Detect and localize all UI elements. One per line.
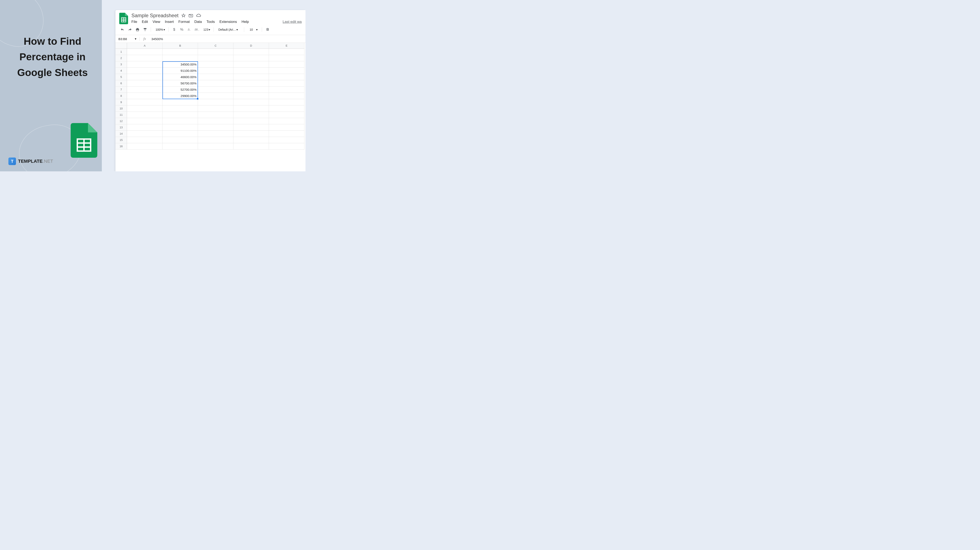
menu-bar: File Edit View Insert Format Data Tools … xyxy=(131,20,302,24)
increase-decimal-button[interactable]: .00 → xyxy=(194,27,200,33)
last-edit-link[interactable]: Last edit wa xyxy=(283,20,302,24)
document-title[interactable]: Sample Spreadsheet xyxy=(131,13,178,19)
header-content: Sample Spreadsheet File Edit View Insert… xyxy=(131,13,302,24)
col-header-c[interactable]: C xyxy=(198,43,234,49)
row-header[interactable]: 16 xyxy=(116,143,127,150)
font-dropdown[interactable]: Default (Ari… ▾ xyxy=(216,28,242,31)
zoom-dropdown[interactable]: 100% ▾ xyxy=(153,28,166,31)
chevron-down-icon: ▾ xyxy=(135,37,137,41)
formula-bar: B3:B8 ▾ fx 34500% xyxy=(116,35,305,43)
row-header[interactable]: 13 xyxy=(116,124,127,131)
separator xyxy=(262,27,262,32)
cell-b3[interactable]: 34500.00% xyxy=(162,61,198,68)
col-header-d[interactable]: D xyxy=(234,43,269,49)
percent-button[interactable]: % xyxy=(179,27,185,33)
spreadsheet-grid: A B C D E 1 2 3 4 5 6 7 8 9 10 11 12 13 xyxy=(116,43,305,150)
template-suffix: .NET xyxy=(43,159,53,164)
cloud-status-icon[interactable] xyxy=(196,14,201,18)
col-header-e[interactable]: E xyxy=(269,43,304,49)
separator xyxy=(244,27,244,32)
bold-button[interactable]: B xyxy=(264,27,271,33)
template-net-logo: T TEMPLATE.NET xyxy=(8,158,53,165)
redo-icon[interactable] xyxy=(127,27,133,33)
menu-extensions[interactable]: Extensions xyxy=(220,20,237,24)
row-header[interactable]: 6 xyxy=(116,80,127,86)
toolbar: 100% ▾ $ % .0 ← .00 → 123 ▾ Default (Ari… xyxy=(116,24,305,35)
google-sheets-logo xyxy=(70,123,98,158)
select-all-corner[interactable] xyxy=(116,43,127,49)
undo-icon[interactable] xyxy=(119,27,126,33)
cell-b8[interactable]: 29900.00% xyxy=(162,93,198,99)
chevron-down-icon: ▾ xyxy=(236,28,238,31)
format-123-label: 123 xyxy=(204,28,208,31)
grid-body: 1 2 3 4 5 6 7 8 9 10 11 12 13 14 15 16 3 xyxy=(116,49,305,150)
font-size-value: 10 xyxy=(250,28,253,31)
row-header[interactable]: 11 xyxy=(116,112,127,118)
name-box-value: B3:B8 xyxy=(118,37,127,41)
more-formats-dropdown[interactable]: 123 ▾ xyxy=(201,28,211,31)
fx-label: fx xyxy=(140,37,150,41)
svg-rect-12 xyxy=(144,28,146,29)
svg-rect-9 xyxy=(137,28,138,29)
column-headers: A B C D E xyxy=(127,43,305,49)
name-box[interactable]: B3:B8 ▾ xyxy=(116,37,140,41)
row-header[interactable]: 10 xyxy=(116,105,127,112)
template-brand: TEMPLATE xyxy=(18,159,43,164)
header-row: A B C D E xyxy=(116,43,305,49)
decrease-decimal-button[interactable]: .0 ← xyxy=(186,27,192,33)
row-header[interactable]: 14 xyxy=(116,131,127,137)
menu-file[interactable]: File xyxy=(131,20,137,24)
cell-b7[interactable]: 52700.00% xyxy=(162,86,198,93)
cell-b5[interactable]: 46600.00% xyxy=(162,74,198,80)
chevron-down-icon: ▾ xyxy=(256,28,258,31)
currency-button[interactable]: $ xyxy=(171,27,177,33)
menu-help[interactable]: Help xyxy=(242,20,249,24)
separator xyxy=(151,27,151,32)
template-logo-icon: T xyxy=(8,158,16,165)
row-header[interactable]: 8 xyxy=(116,93,127,99)
row-header[interactable]: 3 xyxy=(116,61,127,68)
row-header[interactable]: 5 xyxy=(116,74,127,80)
row-header[interactable]: 15 xyxy=(116,137,127,143)
menu-insert[interactable]: Insert xyxy=(165,20,174,24)
font-name: Default (Ari… xyxy=(218,28,236,31)
row-header[interactable]: 2 xyxy=(116,55,127,61)
left-panel: How to Find Percentage in Google Sheets … xyxy=(0,0,102,171)
chevron-down-icon: ▾ xyxy=(164,28,165,31)
row-header[interactable]: 4 xyxy=(116,68,127,74)
chevron-down-icon: ▾ xyxy=(209,28,210,31)
separator xyxy=(213,27,214,32)
cell-b4[interactable]: 91100.00% xyxy=(162,68,198,74)
paint-format-icon[interactable] xyxy=(142,27,148,33)
google-sheets-window: Sample Spreadsheet File Edit View Insert… xyxy=(116,10,305,171)
page-title: How to Find Percentage in Google Sheets xyxy=(11,33,94,80)
sheets-app-icon[interactable] xyxy=(119,13,128,24)
row-header[interactable]: 1 xyxy=(116,49,127,55)
move-to-folder-icon[interactable] xyxy=(189,13,193,18)
app-header: Sample Spreadsheet File Edit View Insert… xyxy=(116,10,305,24)
col-header-b[interactable]: B xyxy=(162,43,198,49)
font-size-dropdown[interactable]: 10 ▾ xyxy=(247,28,259,31)
print-icon[interactable] xyxy=(134,27,141,33)
increase-decimal-label: .00 xyxy=(194,28,198,31)
menu-tools[interactable]: Tools xyxy=(207,20,215,24)
col-header-a[interactable]: A xyxy=(127,43,162,49)
row-header[interactable]: 12 xyxy=(116,118,127,124)
row-header[interactable]: 7 xyxy=(116,86,127,93)
menu-edit[interactable]: Edit xyxy=(142,20,148,24)
formula-input[interactable]: 34500% xyxy=(150,37,305,41)
zoom-value: 100% xyxy=(156,28,163,31)
menu-data[interactable]: Data xyxy=(194,20,202,24)
star-icon[interactable] xyxy=(181,13,186,18)
menu-view[interactable]: View xyxy=(153,20,161,24)
row-headers: 1 2 3 4 5 6 7 8 9 10 11 12 13 14 15 16 xyxy=(116,49,127,150)
template-logo-text: TEMPLATE.NET xyxy=(18,159,53,164)
menu-format[interactable]: Format xyxy=(178,20,190,24)
cell-b6[interactable]: 56700.00% xyxy=(162,80,198,86)
row-header[interactable]: 9 xyxy=(116,99,127,105)
svg-rect-11 xyxy=(137,30,138,31)
cells-area[interactable]: 34500.00% 91100.00% 46600.00% 56700.00% … xyxy=(127,49,305,150)
title-row: Sample Spreadsheet xyxy=(131,13,302,19)
